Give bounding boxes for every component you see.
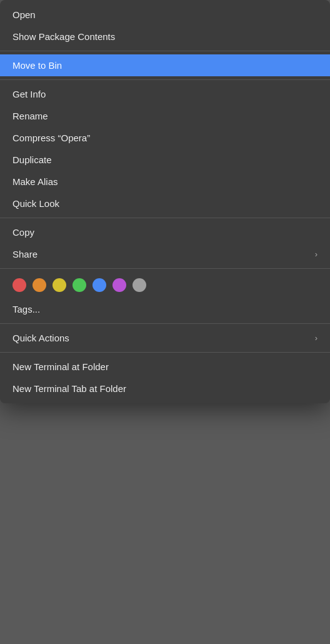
- menu-item-share[interactable]: Share ›: [0, 243, 330, 265]
- menu-item-compress[interactable]: Compress “Opera”: [0, 127, 330, 149]
- menu-item-duplicate[interactable]: Duplicate: [0, 149, 330, 171]
- tag-dot-orange[interactable]: [32, 278, 46, 292]
- tag-dot-purple[interactable]: [112, 278, 126, 292]
- menu-item-move-to-bin-label: Move to Bin: [12, 60, 62, 71]
- menu-item-copy[interactable]: Copy: [0, 221, 330, 243]
- menu-item-quick-look-label: Quick Look: [12, 198, 59, 209]
- menu-item-move-to-bin[interactable]: Move to Bin: [0, 54, 330, 76]
- divider-3: [0, 218, 330, 218]
- menu-item-rename-label: Rename: [12, 111, 48, 121]
- tag-dot-green[interactable]: [72, 278, 86, 292]
- menu-item-duplicate-label: Duplicate: [12, 154, 52, 165]
- menu-item-show-package-contents[interactable]: Show Package Contents: [0, 26, 330, 48]
- menu-item-compress-label: Compress “Opera”: [12, 133, 90, 143]
- menu-item-quick-actions-label: Quick Actions: [12, 333, 69, 343]
- divider-2: [0, 79, 330, 80]
- menu-item-quick-look[interactable]: Quick Look: [0, 193, 330, 214]
- context-menu: Open Show Package Contents Move to Bin G…: [0, 0, 330, 403]
- divider-4: [0, 268, 330, 269]
- menu-item-new-terminal-tab-at-folder-label: New Terminal Tab at Folder: [12, 383, 126, 394]
- menu-item-copy-label: Copy: [12, 227, 34, 238]
- menu-item-new-terminal-at-folder-label: New Terminal at Folder: [12, 361, 109, 372]
- share-submenu-chevron: ›: [315, 249, 318, 259]
- quick-actions-submenu-chevron: ›: [315, 333, 318, 343]
- tag-dot-red[interactable]: [12, 278, 26, 292]
- divider-1: [0, 51, 330, 51]
- menu-item-new-terminal-at-folder[interactable]: New Terminal at Folder: [0, 356, 330, 378]
- divider-6: [0, 352, 330, 353]
- tag-dot-gray[interactable]: [132, 278, 146, 292]
- tag-dot-yellow[interactable]: [52, 278, 66, 292]
- menu-item-show-package-contents-label: Show Package Contents: [12, 31, 115, 42]
- divider-5: [0, 323, 330, 324]
- menu-item-open-label: Open: [12, 9, 36, 20]
- menu-item-get-info-label: Get Info: [12, 89, 46, 99]
- menu-item-make-alias[interactable]: Make Alias: [0, 171, 330, 193]
- menu-item-tags-label: Tags...: [12, 304, 40, 314]
- menu-item-get-info[interactable]: Get Info: [0, 83, 330, 105]
- menu-item-quick-actions[interactable]: Quick Actions ›: [0, 327, 330, 349]
- menu-item-share-label: Share: [12, 249, 38, 259]
- menu-item-new-terminal-tab-at-folder[interactable]: New Terminal Tab at Folder: [0, 378, 330, 400]
- tags-row: [0, 272, 330, 298]
- menu-item-open[interactable]: Open: [0, 4, 330, 26]
- menu-item-tags[interactable]: Tags...: [0, 298, 330, 320]
- menu-item-make-alias-label: Make Alias: [12, 176, 58, 187]
- menu-item-rename[interactable]: Rename: [0, 105, 330, 127]
- tag-dot-blue[interactable]: [92, 278, 106, 292]
